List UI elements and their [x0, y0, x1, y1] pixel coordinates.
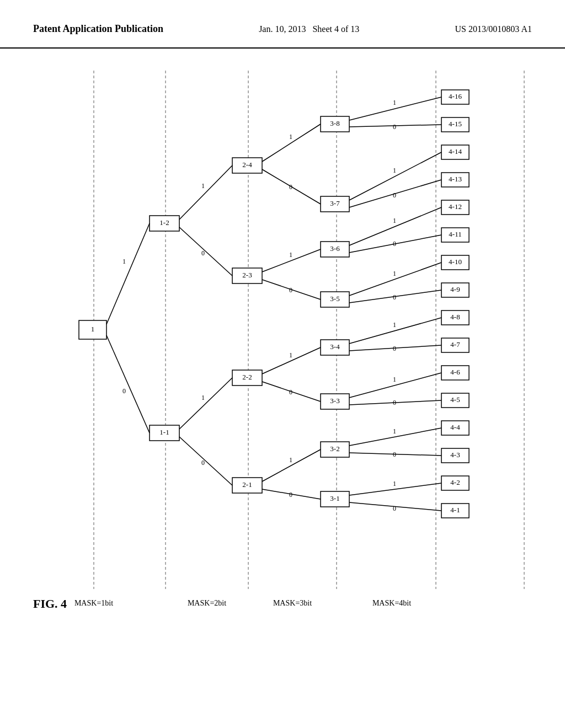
mask-4bit-label: MASK=4bit	[372, 599, 411, 607]
node-4-4: 4-4	[450, 423, 460, 431]
node-2-1: 2-1	[242, 480, 252, 489]
node-3-3: 3-3	[330, 397, 339, 405]
node-4-5: 4-5	[450, 395, 460, 404]
svg-text:0: 0	[289, 183, 292, 191]
node-3-6: 3-6	[330, 244, 340, 253]
svg-text:1: 1	[393, 376, 396, 383]
svg-text:0: 0	[289, 286, 292, 294]
figure-label: FIG. 4	[33, 597, 67, 611]
edge-root-11: 0	[122, 387, 126, 395]
svg-line-15	[179, 165, 232, 220]
svg-text:0: 0	[393, 293, 396, 301]
svg-text:0: 0	[393, 345, 396, 352]
svg-text:1: 1	[393, 321, 396, 329]
node-2-3: 2-3	[242, 271, 252, 279]
svg-line-31	[262, 124, 321, 162]
node-1-1: 1-1	[159, 428, 169, 436]
svg-text:0: 0	[289, 491, 292, 499]
node-3-1: 3-1	[330, 494, 339, 502]
node-4-8: 4-8	[450, 313, 460, 321]
svg-text:1: 1	[289, 251, 292, 259]
node-3-8: 3-8	[330, 119, 339, 127]
publication-number: US 2013/0010803 A1	[455, 22, 532, 36]
node-3-2: 3-2	[330, 445, 339, 453]
root-node: 1	[91, 325, 95, 333]
node-4-10: 4-10	[449, 258, 462, 266]
svg-text:1: 1	[201, 394, 205, 402]
node-4-3: 4-3	[450, 451, 460, 459]
svg-text:1: 1	[201, 182, 205, 190]
svg-text:1: 1	[393, 480, 396, 488]
svg-line-10	[106, 335, 150, 433]
svg-text:1: 1	[393, 217, 396, 224]
node-4-1: 4-1	[450, 506, 460, 514]
svg-line-9	[106, 223, 150, 324]
edge-root-12: 1	[122, 258, 126, 265]
node-4-9: 4-9	[450, 285, 460, 293]
svg-text:1: 1	[289, 456, 292, 464]
node-4-14: 4-14	[449, 147, 462, 156]
node-3-4: 3-4	[330, 342, 340, 351]
svg-text:0: 0	[289, 388, 292, 396]
page-header: Patent Application Publication Jan. 10, …	[0, 0, 565, 49]
node-4-7: 4-7	[450, 340, 460, 349]
mask-1bit-label: MASK=1bit	[74, 599, 113, 607]
mask-2bit-label2: MASK=2bit	[188, 599, 226, 607]
publication-title: Patent Application Publication	[33, 22, 163, 36]
svg-text:1: 1	[393, 427, 396, 435]
svg-text:0: 0	[393, 505, 396, 512]
svg-text:0: 0	[393, 191, 396, 199]
node-2-2: 2-2	[242, 373, 252, 381]
node-4-15: 4-15	[449, 120, 462, 128]
svg-line-19	[179, 378, 232, 429]
node-4-6: 4-6	[450, 368, 460, 376]
node-1-2: 1-2	[159, 218, 169, 227]
svg-text:0: 0	[201, 459, 205, 467]
svg-text:1: 1	[393, 270, 396, 277]
node-4-13: 4-13	[449, 175, 462, 183]
svg-text:0: 0	[393, 240, 396, 248]
node-4-12: 4-12	[449, 202, 462, 211]
svg-text:1: 1	[289, 351, 292, 359]
node-3-7: 3-7	[330, 199, 340, 207]
svg-text:0: 0	[201, 249, 205, 257]
mask-3bit-label: MASK=3bit	[273, 599, 312, 607]
tree-diagram: MASK=1bit MASK=2bit MASK=3bit MASK=4bit …	[0, 60, 565, 666]
svg-text:0: 0	[393, 399, 396, 406]
svg-line-75	[349, 263, 441, 296]
svg-line-43	[262, 449, 321, 481]
diagram-area: MASK=1bit MASK=2bit MASK=3bit MASK=4bit …	[0, 60, 565, 666]
svg-text:1: 1	[289, 133, 292, 141]
node-2-4: 2-4	[242, 160, 252, 169]
node-4-11: 4-11	[449, 230, 461, 238]
svg-text:0: 0	[393, 123, 396, 131]
svg-text:1: 1	[393, 167, 396, 174]
svg-text:0: 0	[393, 451, 396, 458]
publication-date-sheet: Jan. 10, 2013 Sheet 4 of 13	[259, 22, 359, 36]
svg-line-21	[179, 437, 232, 485]
svg-line-17	[179, 227, 232, 276]
node-4-16: 4-16	[449, 92, 462, 100]
node-3-5: 3-5	[330, 295, 339, 303]
node-4-2: 4-2	[450, 478, 460, 486]
svg-text:1: 1	[393, 99, 396, 106]
